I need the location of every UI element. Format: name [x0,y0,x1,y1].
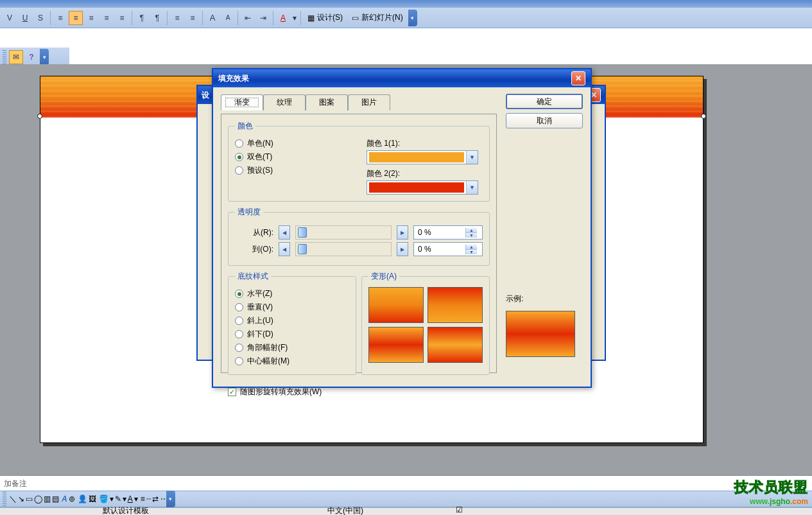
resize-handle-left[interactable] [37,114,42,119]
slider-thumb[interactable] [298,244,307,254]
clipart-icon[interactable]: 👤 [78,494,87,503]
font-color-dropdown[interactable]: ▾ [134,494,138,503]
radio-preset[interactable]: 预设(S) [235,164,351,177]
design-button[interactable]: ▦设计(S) [304,12,347,23]
radio-vertical[interactable]: 垂直(V) [235,301,349,314]
line-style-icon[interactable]: ≡ [141,494,145,503]
tab-pattern[interactable]: 图案 [306,94,348,110]
radio-two-color[interactable]: 双色(T) [235,150,351,164]
variant-3[interactable] [368,327,424,363]
line-color-icon[interactable]: ✎ [115,494,121,503]
radio-horizontal[interactable]: 水平(Z) [235,287,349,301]
line-color-dropdown[interactable]: ▾ [123,494,126,503]
fill-color-icon[interactable]: 🪣 [99,494,108,503]
arrow-tool-icon[interactable]: ↘ [18,494,24,503]
arrow-style-icon[interactable]: ⇄ [152,494,159,503]
oval-tool-icon[interactable]: ◯ [34,494,42,503]
radio-diag-up[interactable]: 斜上(U) [235,314,349,327]
to-value-input[interactable]: ▲▼ [413,242,483,256]
font-color-button[interactable]: A [276,11,290,25]
transparency-fieldset: 透明度 从(R): ◀ ▶ ▲▼ 到(O): ◀ [228,207,490,266]
help-button[interactable]: ? [24,50,39,64]
dropdown-icon[interactable]: ▼ [466,181,478,194]
spin-up-icon[interactable]: ▲ [465,245,477,250]
transparency-legend: 透明度 [235,207,263,218]
3d-style-icon[interactable] [164,498,165,500]
spin-up-icon[interactable]: ▲ [465,228,477,233]
decrease-font-button[interactable]: A [221,11,235,25]
fill-effects-dialog: 填充效果 ✕ 渐变 纹理 图案 图片 颜色 单色(N) 双色(T) 预设(S [212,68,592,388]
from-slider[interactable] [295,225,392,240]
bullets-button[interactable]: ≡ [186,11,200,25]
shadow-button[interactable]: S [33,11,48,25]
color2-combo[interactable]: ▼ [367,180,478,195]
align-left-button[interactable]: ≡ [53,11,67,25]
toolbar-overflow-icon[interactable]: ▾ [40,49,49,65]
picture-icon[interactable]: 🖼 [89,494,96,503]
toolbar-overflow-icon[interactable]: ▾ [166,491,175,507]
spin-down-icon[interactable]: ▼ [465,233,477,238]
tab-panel-gradient: 颜色 单色(N) 双色(T) 预设(S) 颜色 1(1): [221,114,497,373]
mail-icon[interactable]: ✉ [9,50,23,64]
shadow-style-icon[interactable] [161,498,162,500]
status-template: 默认设计模板 [103,505,149,515]
rtl-button[interactable]: ¶ [150,11,164,25]
spin-down-icon[interactable]: ▼ [465,250,477,254]
fill-color-dropdown[interactable]: ▾ [110,494,114,503]
line-tool-icon[interactable]: ＼ [9,494,17,505]
from-value-input[interactable]: ▲▼ [413,225,483,240]
to-decrease-button[interactable]: ◀ [279,242,290,256]
from-decrease-button[interactable]: ◀ [279,225,290,240]
dropdown-icon[interactable]: ▼ [466,151,478,164]
ok-button[interactable]: 确定 [506,94,583,109]
new-slide-button[interactable]: ▭新幻灯片(N) [348,12,407,23]
tab-picture[interactable]: 图片 [348,94,390,110]
slider-thumb[interactable] [298,227,307,238]
variant-1[interactable] [368,287,424,323]
radio-single-color[interactable]: 单色(N) [235,137,351,150]
cancel-button[interactable]: 取消 [506,113,583,128]
to-slider[interactable] [295,242,392,256]
diagram-icon[interactable]: ⊚ [69,494,75,503]
vertical-textbox-icon[interactable]: ▤ [52,494,59,503]
rectangle-tool-icon[interactable]: ▭ [26,494,33,503]
tab-gradient[interactable]: 渐变 [221,94,263,110]
font-color-dropdown-icon[interactable]: ▾ [291,13,298,22]
dialog-titlebar[interactable]: 填充效果 ✕ [213,69,591,87]
wordart-icon[interactable]: A [62,494,67,503]
underline-button[interactable]: U [18,11,32,25]
font-color-icon[interactable]: A [128,494,133,503]
dash-style-icon[interactable]: ┈ [146,494,151,503]
variant-4[interactable] [428,327,483,363]
from-value-field[interactable] [414,228,465,237]
rotate-checkbox[interactable]: ✓ [228,388,236,396]
close-button[interactable]: ✕ [571,71,585,85]
status-spellcheck-icon[interactable]: ☑ [456,505,463,514]
align-center-button[interactable]: ≡ [69,11,83,25]
textbox-tool-icon[interactable]: ▥ [44,494,51,503]
numbering-button[interactable]: ≡ [170,11,184,25]
distribute-button[interactable]: ≡ [115,11,129,25]
from-increase-button[interactable]: ▶ [397,225,408,240]
color1-swatch [369,152,464,162]
resize-handle-right[interactable] [701,114,706,119]
radio-diag-down[interactable]: 斜下(D) [235,327,349,341]
to-value-field[interactable] [414,245,465,254]
align-right-button[interactable]: ≡ [84,11,98,25]
sample-preview [506,311,575,357]
toolbar-overflow-icon[interactable]: ▾ [408,10,417,26]
color1-combo[interactable]: ▼ [367,150,478,164]
increase-font-button[interactable]: A [205,11,220,25]
align-justify-button[interactable]: ≡ [99,11,114,25]
bold-button[interactable]: V [3,11,17,25]
tab-texture[interactable]: 纹理 [263,94,306,110]
increase-indent-button[interactable]: ⇥ [256,11,270,25]
decrease-indent-button[interactable]: ⇤ [241,11,255,25]
radio-from-center[interactable]: 中心幅射(M) [235,354,349,368]
notes-pane[interactable]: 加备注 [0,475,812,491]
radio-from-corner[interactable]: 角部幅射(F) [235,341,349,354]
colors-fieldset: 颜色 单色(N) 双色(T) 预设(S) 颜色 1(1): [228,121,490,202]
variant-2[interactable] [428,287,483,323]
to-increase-button[interactable]: ▶ [397,242,408,256]
ltr-button[interactable]: ¶ [135,11,149,25]
